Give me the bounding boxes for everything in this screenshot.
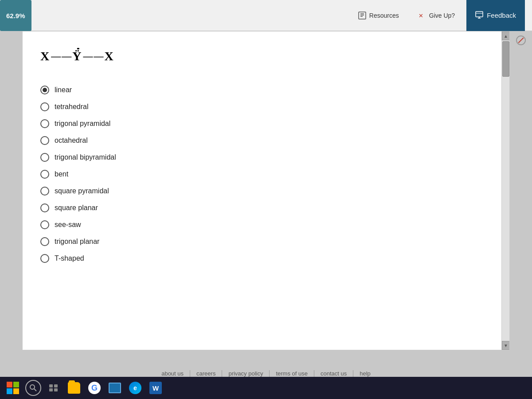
files-button[interactable] — [65, 379, 83, 396]
search-icon — [25, 380, 41, 396]
progress-badge: 62.9% — [0, 0, 31, 31]
cancel-icon[interactable] — [516, 35, 526, 45]
option-t-shaped-label: T-shaped — [55, 254, 84, 262]
left-bond: —— — [51, 51, 72, 62]
resources-label: Resources — [369, 12, 399, 19]
option-trigonal-pyramidal[interactable]: trigonal pyramidal — [40, 119, 484, 128]
radio-square-pyramidal[interactable] — [40, 187, 49, 196]
give-up-button[interactable]: ✕ Give Up? — [411, 8, 462, 23]
svg-rect-14 — [54, 388, 58, 391]
main-content: X —— Ÿ —— X linear tetrahedral trigonal … — [22, 31, 510, 350]
right-bond: —— — [83, 51, 104, 62]
radio-octahedral[interactable] — [40, 136, 49, 145]
files-icon — [68, 382, 80, 394]
google-icon: G — [88, 382, 101, 394]
progress-value: 62.9% — [6, 12, 25, 20]
option-square-planar[interactable]: square planar — [40, 203, 484, 212]
resources-button[interactable]: Resources — [351, 8, 406, 23]
footer-help[interactable]: help — [353, 370, 377, 377]
option-linear-label: linear — [55, 86, 72, 94]
option-trigonal-pyramidal-label: trigonal pyramidal — [55, 120, 110, 128]
feedback-label: Feedback — [487, 12, 516, 19]
svg-point-9 — [30, 385, 35, 389]
feedback-button[interactable]: Feedback — [466, 0, 525, 31]
give-up-icon: ✕ — [418, 11, 426, 20]
edge-icon: e — [129, 382, 141, 394]
radio-trigonal-pyramidal[interactable] — [40, 119, 49, 128]
option-bent[interactable]: bent — [40, 170, 484, 179]
footer-privacy[interactable]: privacy policy — [222, 370, 270, 377]
word-icon: W — [149, 382, 162, 394]
radio-bent[interactable] — [40, 170, 49, 179]
start-button[interactable] — [4, 379, 22, 396]
radio-square-planar[interactable] — [40, 203, 49, 212]
radio-t-shaped[interactable] — [40, 254, 49, 263]
edge-button[interactable]: e — [126, 379, 145, 396]
left-atom: X — [40, 49, 51, 63]
header-actions: Resources ✕ Give Up? Feedback — [351, 0, 525, 31]
option-t-shaped[interactable]: T-shaped — [40, 254, 484, 263]
resources-icon — [358, 11, 367, 20]
feedback-icon — [475, 11, 483, 20]
option-bent-label: bent — [55, 170, 68, 178]
taskview-icon — [49, 384, 59, 392]
question-area: X —— Ÿ —— X linear tetrahedral trigonal … — [23, 31, 501, 350]
footer-careers[interactable]: careers — [190, 370, 222, 377]
radio-tetrahedral[interactable] — [40, 102, 49, 111]
mail-button[interactable] — [106, 379, 124, 396]
svg-line-10 — [34, 389, 36, 391]
give-up-label: Give Up? — [429, 12, 455, 19]
footer: about us careers privacy policy terms of… — [0, 370, 532, 377]
mail-icon — [109, 383, 121, 393]
option-tetrahedral-label: tetrahedral — [55, 103, 89, 111]
answer-options: linear tetrahedral trigonal pyramidal oc… — [40, 86, 484, 263]
svg-rect-13 — [49, 388, 53, 391]
footer-about[interactable]: about us — [155, 370, 190, 377]
option-trigonal-bipyramidal-label: trigonal bipyramidal — [55, 153, 116, 161]
option-trigonal-planar-label: trigonal planar — [55, 238, 99, 246]
search-button[interactable] — [24, 379, 43, 396]
option-octahedral[interactable]: octahedral — [40, 136, 484, 145]
scroll-thumb[interactable] — [502, 41, 509, 77]
option-see-saw-label: see-saw — [55, 221, 81, 229]
option-trigonal-planar[interactable]: trigonal planar — [40, 237, 484, 246]
right-atom: X — [104, 49, 115, 63]
google-button[interactable]: G — [85, 379, 104, 396]
taskview-button[interactable] — [44, 379, 63, 396]
svg-text:✕: ✕ — [419, 12, 423, 19]
scroll-up-arrow[interactable]: ▲ — [502, 31, 510, 40]
option-linear[interactable]: linear — [40, 86, 484, 94]
scroll-down-arrow[interactable]: ▼ — [502, 341, 510, 350]
svg-rect-0 — [359, 12, 366, 19]
center-atom: Ÿ — [72, 49, 83, 63]
windows-icon — [7, 382, 19, 394]
option-tetrahedral[interactable]: tetrahedral — [40, 102, 484, 111]
option-trigonal-bipyramidal[interactable]: trigonal bipyramidal — [40, 153, 484, 162]
option-square-pyramidal[interactable]: square pyramidal — [40, 187, 484, 196]
svg-rect-5 — [476, 12, 483, 17]
svg-rect-11 — [49, 384, 53, 387]
option-see-saw[interactable]: see-saw — [40, 220, 484, 229]
option-octahedral-label: octahedral — [55, 137, 88, 145]
header: 62.9% Resources ✕ Give Up? — [0, 0, 532, 31]
footer-terms[interactable]: terms of use — [270, 370, 314, 377]
scrollbar[interactable]: ▲ ▼ — [501, 31, 509, 350]
word-button[interactable]: W — [146, 379, 165, 396]
molecule-formula: X —— Ÿ —— X — [40, 49, 484, 63]
option-square-pyramidal-label: square pyramidal — [55, 187, 109, 195]
option-square-planar-label: square planar — [55, 204, 98, 212]
taskbar: G e W — [0, 377, 532, 399]
radio-linear[interactable] — [40, 86, 49, 94]
radio-trigonal-planar[interactable] — [40, 237, 49, 246]
radio-trigonal-bipyramidal[interactable] — [40, 153, 49, 162]
molecule-diagram: X —— Ÿ —— X — [40, 45, 484, 68]
footer-contact[interactable]: contact us — [314, 370, 353, 377]
svg-rect-12 — [54, 384, 58, 387]
radio-see-saw[interactable] — [40, 220, 49, 229]
